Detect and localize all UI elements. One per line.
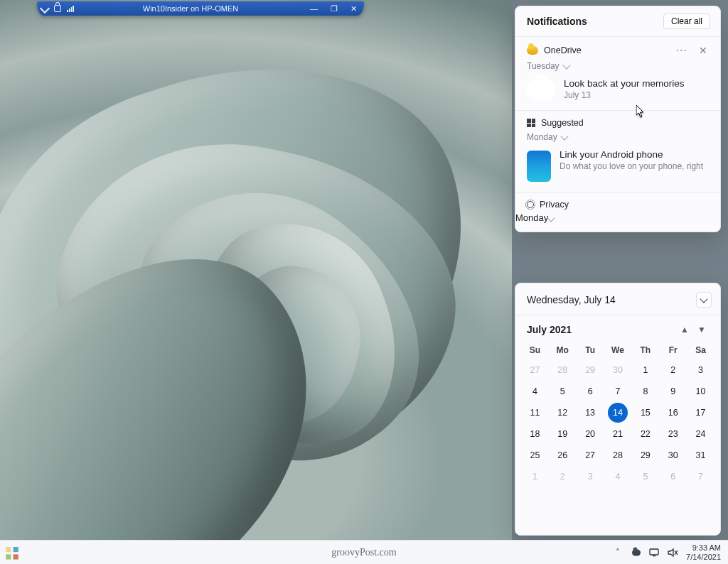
- calendar-day[interactable]: 2: [549, 466, 577, 487]
- calendar-dow-header: SuMoTuWeThFrSa: [515, 342, 720, 359]
- phone-thumbnail-icon: [527, 151, 551, 182]
- calendar-day[interactable]: 6: [659, 466, 687, 487]
- cloud-thumbnail-icon: [527, 80, 555, 99]
- gear-icon: [527, 201, 534, 208]
- calendar-day[interactable]: 16: [659, 402, 687, 423]
- start-icon[interactable]: [6, 547, 18, 560]
- notification-title: Link your Android phone: [560, 149, 703, 160]
- calendar-day[interactable]: 9: [659, 381, 687, 402]
- close-button[interactable]: ✕: [348, 4, 360, 13]
- calendar-day[interactable]: 24: [687, 423, 714, 445]
- calendar-full-date: Wednesday, July 14: [527, 294, 616, 305]
- calendar-day[interactable]: 2: [659, 359, 687, 381]
- calendar-dow: Sa: [687, 345, 714, 355]
- calendar-dow: Fr: [659, 345, 687, 355]
- pin-icon[interactable]: [40, 4, 50, 13]
- minimize-button[interactable]: —: [307, 4, 321, 13]
- mouse-cursor: [636, 105, 646, 118]
- calendar-day[interactable]: 11: [521, 402, 549, 423]
- calendar-day[interactable]: 25: [521, 445, 549, 466]
- restore-button[interactable]: ❐: [328, 4, 341, 13]
- calendar-day[interactable]: 13: [577, 402, 604, 423]
- notifications-panel: Notifications Clear all OneDrive ··· ✕ T…: [515, 6, 721, 232]
- calendar-day[interactable]: 27: [521, 359, 549, 381]
- calendar-day[interactable]: 23: [659, 423, 687, 445]
- calendar-day[interactable]: 3: [687, 359, 714, 381]
- svg-rect-1: [653, 555, 655, 556]
- tray-clock[interactable]: 9:33 AM 7/14/2021: [686, 543, 721, 560]
- calendar-day[interactable]: 1: [631, 359, 659, 381]
- chevron-down-icon: [547, 214, 555, 222]
- remote-title: Win10Insider on HP-OMEN: [143, 4, 239, 13]
- calendar-day[interactable]: 18: [521, 423, 549, 445]
- calendar-day[interactable]: 1: [521, 466, 549, 487]
- calendar-dow: Su: [521, 345, 549, 355]
- calendar-day[interactable]: 29: [631, 445, 659, 466]
- calendar-day[interactable]: 4: [604, 466, 632, 487]
- onedrive-tray-icon[interactable]: [631, 548, 642, 558]
- calendar-day[interactable]: 8: [631, 381, 659, 402]
- calendar-dow: Th: [631, 345, 659, 355]
- calendar-flyout: Wednesday, July 14 July 2021 ▲ ▼ SuMoTuW…: [515, 283, 721, 536]
- tray-overflow-icon[interactable]: ˄: [612, 548, 623, 558]
- collapse-calendar-button[interactable]: [696, 292, 712, 308]
- notification-day[interactable]: Tuesday: [515, 60, 720, 75]
- calendar-day[interactable]: 21: [604, 423, 632, 445]
- network-tray-icon[interactable]: [649, 548, 660, 558]
- calendar-day[interactable]: 28: [604, 445, 632, 466]
- calendar-day[interactable]: 22: [631, 423, 659, 445]
- calendar-day[interactable]: 19: [549, 423, 577, 445]
- calendar-day[interactable]: 7: [604, 381, 632, 402]
- desktop-wallpaper[interactable]: [0, 0, 512, 540]
- calendar-month-year[interactable]: July 2021: [527, 324, 676, 335]
- privacy-label: Privacy: [540, 200, 569, 210]
- taskbar[interactable]: groovyPost.com ˄ 9:33 AM 7/14/2021: [0, 540, 728, 564]
- calendar-day-today[interactable]: 14: [608, 403, 628, 423]
- calendar-day[interactable]: 15: [631, 402, 659, 423]
- calendar-day[interactable]: 28: [549, 359, 577, 381]
- notification-subtitle: Do what you love on your phone, right: [560, 161, 703, 171]
- calendar-day[interactable]: 6: [577, 381, 604, 402]
- calendar-dow: Tu: [577, 345, 604, 355]
- calendar-day[interactable]: 4: [521, 381, 549, 402]
- calendar-day[interactable]: 3: [577, 466, 604, 487]
- next-month-button[interactable]: ▼: [693, 321, 710, 338]
- calendar-dow: Mo: [549, 345, 577, 355]
- notification-title: Look back at your memories: [564, 78, 685, 89]
- calendar-day[interactable]: 17: [687, 402, 714, 423]
- close-icon[interactable]: ✕: [696, 45, 710, 56]
- calendar-day[interactable]: 29: [577, 359, 604, 381]
- calendar-day[interactable]: 10: [687, 381, 714, 402]
- calendar-day[interactable]: 5: [631, 466, 659, 487]
- notification-day[interactable]: Monday: [515, 131, 720, 146]
- system-tray: ˄ 9:33 AM 7/14/2021: [612, 543, 728, 560]
- suggested-label: Suggested: [541, 118, 584, 128]
- signal-icon: [67, 5, 74, 12]
- calendar-day[interactable]: 27: [577, 445, 604, 466]
- prev-month-button[interactable]: ▲: [676, 321, 693, 338]
- calendar-day[interactable]: 12: [549, 402, 577, 423]
- volume-muted-tray-icon[interactable]: [668, 548, 679, 558]
- calendar-day[interactable]: 30: [659, 445, 687, 466]
- onedrive-icon: [527, 46, 538, 55]
- tray-time: 9:33 AM: [686, 543, 721, 552]
- more-icon[interactable]: ···: [673, 44, 690, 57]
- calendar-day[interactable]: 31: [687, 445, 714, 466]
- calendar-day[interactable]: 20: [577, 423, 604, 445]
- notification-app-name: OneDrive: [544, 45, 668, 55]
- calendar-day[interactable]: 7: [687, 466, 714, 487]
- chevron-down-icon: [562, 61, 570, 69]
- notification-subtitle: July 13: [564, 90, 685, 100]
- clear-all-button[interactable]: Clear all: [663, 13, 710, 29]
- calendar-day[interactable]: 26: [549, 445, 577, 466]
- calendar-day[interactable]: 5: [549, 381, 577, 402]
- notification-card-onedrive[interactable]: OneDrive ··· ✕ Tuesday Look back at your…: [515, 36, 720, 110]
- notification-day[interactable]: Monday: [515, 212, 720, 232]
- tray-date: 7/14/2021: [686, 553, 721, 561]
- notification-card-phone[interactable]: Monday Link your Android phone Do what y…: [515, 131, 720, 192]
- calendar-day[interactable]: 30: [604, 359, 632, 381]
- grid-icon: [527, 119, 535, 127]
- lock-icon: [54, 5, 61, 12]
- remote-connection-bar[interactable]: Win10Insider on HP-OMEN — ❐ ✕: [37, 1, 364, 16]
- privacy-section[interactable]: Privacy: [515, 192, 720, 212]
